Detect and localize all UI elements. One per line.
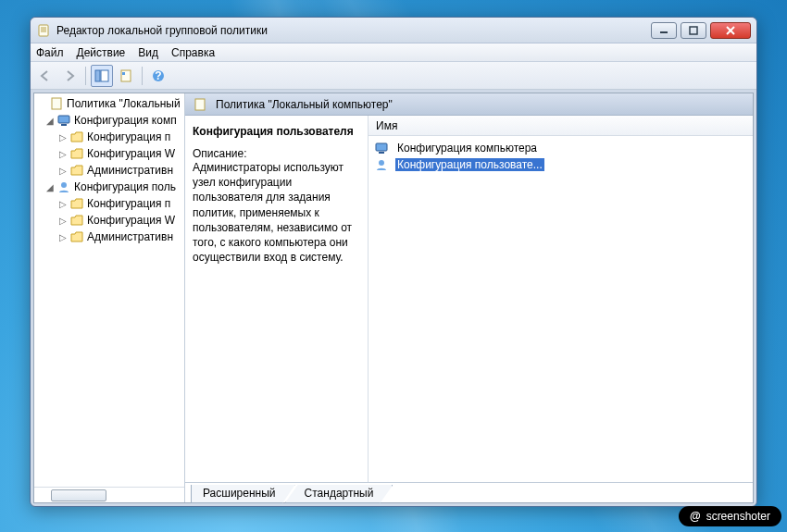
folder-icon [69,213,84,228]
folder-icon [69,229,84,244]
folder-icon [69,130,84,144]
svg-rect-15 [58,116,69,123]
svg-rect-5 [690,27,697,34]
expander-closed-icon[interactable]: ▷ [56,166,69,176]
expander-closed-icon[interactable]: ▷ [56,216,69,226]
toolbar-separator [142,67,143,85]
policy-icon [193,97,207,112]
tree-user-config[interactable]: ◢ Конфигурация поль [34,179,184,195]
list-body[interactable]: Конфигурация компьютера Конфигурация пол… [369,136,753,482]
details-body: Конфигурация пользователя Описание: Адми… [185,116,753,482]
tree-view[interactable]: Политика "Локальный ◢ Конфигурация комп … [34,93,184,487]
properties-button[interactable] [115,65,137,87]
svg-rect-0 [39,25,48,36]
column-header-name: Имя [376,119,397,132]
toolbar: ? [31,62,756,90]
watermark-text: screenshoter [706,510,770,523]
at-icon: @ [690,510,701,523]
expander-open-icon[interactable]: ◢ [44,182,56,192]
policy-icon [49,96,64,111]
tab-standard[interactable]: Стандартный [285,485,394,503]
svg-rect-20 [379,152,384,154]
description-text: Администраторы используют узел конфигура… [193,160,360,265]
expander-open-icon[interactable]: ◢ [44,116,56,126]
user-icon [56,179,71,194]
tree-root[interactable]: Политика "Локальный [34,95,184,112]
section-title: Конфигурация пользователя [193,125,360,138]
menu-file[interactable]: Файл [36,46,64,59]
app-window: Редактор локальной групповой политики Фа… [30,17,757,507]
list-column: Имя Конфигурация компьютера [369,116,753,482]
svg-rect-16 [61,124,67,126]
details-header-title: Политика "Локальный компьютер" [216,98,393,111]
menubar: Файл Действие Вид Справка [31,43,756,62]
nav-forward-button[interactable] [58,65,81,87]
scroll-thumb[interactable] [51,489,106,501]
tab-extended[interactable]: Расширенный [191,485,295,503]
svg-rect-19 [376,143,387,151]
svg-text:?: ? [155,69,161,82]
minimize-button[interactable] [651,22,677,39]
folder-icon [69,196,84,211]
tree-item[interactable]: ▷ Административн [34,162,184,179]
tree-item[interactable]: ▷ Конфигурация W [34,212,184,229]
show-tree-button[interactable] [91,65,113,87]
list-column-header[interactable]: Имя [369,116,753,136]
tree-computer-config[interactable]: ◢ Конфигурация комп [34,112,184,129]
client-area: Политика "Локальный ◢ Конфигурация комп … [33,93,754,503]
titlebar[interactable]: Редактор локальной групповой политики [31,18,756,43]
description-label: Описание: [193,147,360,160]
tree-pane: Политика "Локальный ◢ Конфигурация комп … [34,93,185,502]
expander-closed-icon[interactable]: ▷ [56,199,69,209]
app-icon [36,23,51,38]
expander-closed-icon[interactable]: ▷ [56,132,69,142]
details-header: Политика "Локальный компьютер" [185,93,753,116]
menu-action[interactable]: Действие [77,46,126,59]
window-title: Редактор локальной групповой политики [56,24,651,37]
list-item-computer-config[interactable]: Конфигурация компьютера [370,140,751,156]
toolbar-separator [85,67,86,85]
svg-rect-10 [121,70,131,81]
nav-back-button[interactable] [34,65,56,87]
menu-view[interactable]: Вид [138,46,158,59]
computer-icon [56,113,71,128]
computer-icon [374,141,389,155]
description-column: Конфигурация пользователя Описание: Адми… [185,116,369,482]
list-item-label: Конфигурация пользовате... [395,158,544,171]
tree-item[interactable]: ▷ Конфигурация п [34,129,184,145]
folder-icon [69,146,84,161]
menu-help[interactable]: Справка [171,46,215,59]
svg-rect-11 [122,72,125,75]
expander-closed-icon[interactable]: ▷ [56,149,69,159]
maximize-button[interactable] [681,22,706,39]
folder-icon [69,163,84,178]
svg-rect-9 [101,70,108,81]
details-pane: Политика "Локальный компьютер" Конфигура… [185,93,753,502]
svg-point-21 [379,160,384,166]
view-tabs: Расширенный Стандартный [185,482,753,502]
close-button[interactable] [710,22,751,39]
horizontal-scrollbar[interactable] [34,487,184,502]
window-controls [651,22,751,39]
watermark: @ screenshoter [679,506,781,526]
tree-item[interactable]: ▷ Административн [34,229,184,245]
user-icon [374,157,389,172]
tree-item[interactable]: ▷ Конфигурация п [34,195,184,212]
list-item-label: Конфигурация компьютера [395,142,539,155]
help-button[interactable]: ? [147,65,169,87]
svg-rect-8 [95,70,100,81]
expander-closed-icon[interactable]: ▷ [56,232,69,242]
svg-rect-14 [52,98,61,109]
svg-rect-18 [195,99,205,110]
list-item-user-config[interactable]: Конфигурация пользовате... [370,156,751,173]
svg-point-17 [61,182,67,188]
tree-item[interactable]: ▷ Конфигурация W [34,145,184,162]
